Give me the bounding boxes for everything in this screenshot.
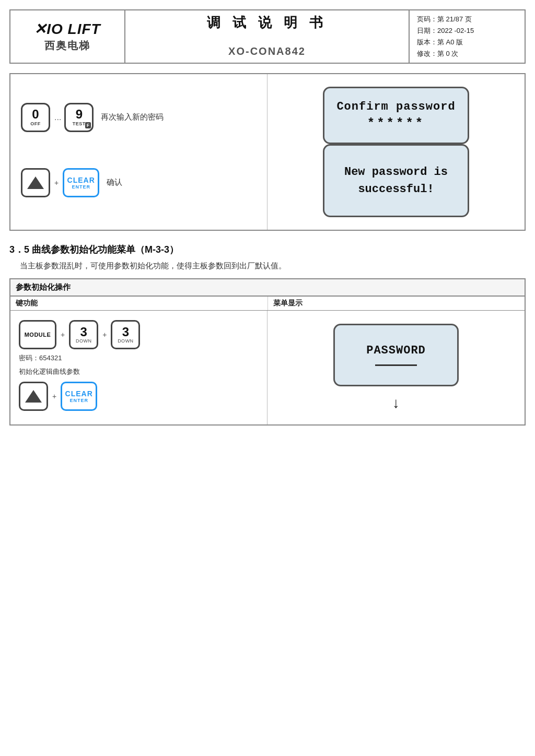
main-content: 0 OFF ... 9 TEST F 再次输入新的密码 — [9, 73, 526, 426]
key-clear-enter-2[interactable]: CLEAR ENTER — [61, 382, 97, 411]
key-down-label-2: DOWN — [118, 338, 134, 344]
param-col-left: MODULE + 3 DOWN + 3 DOWN 密码：654321 初始化逻辑… — [10, 311, 268, 424]
password-section-box: 0 OFF ... 9 TEST F 再次输入新的密码 — [9, 73, 526, 231]
key-3-num-2: 3 — [122, 326, 129, 338]
password-display: PASSWORD — [333, 324, 459, 386]
key-3-num-1: 3 — [80, 326, 87, 338]
clear-text-2: CLEAR — [65, 389, 93, 398]
down-arrow-icon: ↓ — [392, 395, 400, 411]
confirm-password-title: Confirm password — [336, 100, 455, 113]
key-9-test-f[interactable]: 9 TEST F — [64, 103, 94, 132]
col-left-header: 键功能 — [10, 297, 268, 310]
plus-sign-module-1: + — [61, 330, 65, 339]
key-up-arrow[interactable] — [21, 168, 50, 197]
success-line1: New password is — [344, 166, 448, 179]
param-table: 参数初始化操作 键功能 菜单显示 MODULE + 3 DOWN + 3 — [9, 278, 526, 426]
key-f-badge: F — [85, 122, 91, 128]
key-up-arrow-2[interactable] — [19, 382, 48, 411]
plus-sign-module-2: + — [102, 330, 107, 339]
module-key-row: MODULE + 3 DOWN + 3 DOWN — [19, 320, 259, 349]
password-right: Confirm password ****** New password is … — [268, 74, 525, 230]
password-display-text: PASSWORD — [366, 344, 426, 357]
logo-chinese-text: 西奥电梯 — [44, 39, 90, 53]
enter-text-2: ENTER — [69, 398, 88, 403]
clear-enter-row: + CLEAR ENTER — [19, 382, 259, 411]
success-line2: successful! — [358, 183, 434, 196]
company-logo: ✕IO LIFT 西奥电梯 — [10, 10, 125, 63]
password-underline — [375, 364, 417, 366]
model-number: XO-CONA842 — [228, 45, 306, 60]
document-title: 调 试 说 明 书 — [207, 14, 328, 32]
plus-sign-2: + — [54, 179, 59, 187]
key-3-down-2[interactable]: 3 DOWN — [111, 320, 140, 349]
ellipsis-dots: ... — [54, 113, 61, 122]
password-hint: 密码：654321 — [19, 353, 259, 363]
key-clear-enter[interactable]: CLEAR ENTER — [63, 168, 99, 197]
row2-description: 确认 — [107, 178, 122, 187]
section-35-heading: 3．5 曲线参数初始化功能菜单（M-3-3） — [9, 243, 526, 256]
key-row-2: + CLEAR ENTER 确认 — [21, 168, 257, 202]
arrow-up-icon-2 — [25, 390, 42, 403]
page-info: 页码：第 21/87 页 — [417, 14, 517, 25]
key-0-off[interactable]: 0 OFF — [21, 103, 50, 132]
key-3-down-1[interactable]: 3 DOWN — [69, 320, 98, 349]
enter-text: ENTER — [72, 184, 90, 190]
key-9-num: 9 — [76, 108, 83, 121]
password-left: 0 OFF ... 9 TEST F 再次输入新的密码 — [10, 74, 268, 230]
section-35-description: 当主板参数混乱时，可使用参数初始化功能，使得主板参数回到出厂默认值。 — [9, 261, 526, 271]
key-0-num: 0 — [32, 108, 39, 121]
date-info: 日期：2022 -02-15 — [417, 25, 517, 37]
confirm-password-display: Confirm password ****** — [323, 87, 469, 144]
row1-description: 再次输入新的密码 — [101, 112, 164, 122]
plus-sign-clear: + — [52, 392, 56, 400]
header-info: 页码：第 21/87 页 日期：2022 -02-15 版本：第 A0 版 修改… — [410, 10, 525, 63]
param-table-col-headers: 键功能 菜单显示 — [10, 297, 525, 311]
confirm-password-value: ****** — [367, 116, 425, 131]
col-right-header: 菜单显示 — [268, 297, 525, 310]
version-info: 版本：第 A0 版 — [417, 37, 517, 48]
logo-xio-text: ✕IO LIFT — [34, 20, 100, 38]
clear-text: CLEAR — [67, 176, 95, 184]
header-center: 调 试 说 明 书 XO-CONA842 — [125, 10, 410, 63]
arrow-up-icon — [27, 176, 44, 189]
key-row-1-buttons: 0 OFF ... 9 TEST F 再次输入新的密码 — [21, 103, 257, 132]
key-row-1: 0 OFF ... 9 TEST F 再次输入新的密码 — [21, 103, 257, 136]
page-header: ✕IO LIFT 西奥电梯 调 试 说 明 书 XO-CONA842 页码：第 … — [9, 9, 526, 64]
key-test-label: TEST — [73, 121, 86, 126]
revision-info: 修改：第 0 次 — [417, 48, 517, 60]
param-col-right: PASSWORD ↓ — [268, 311, 525, 424]
key-down-label-1: DOWN — [76, 338, 92, 344]
success-display: New password is successful! — [323, 144, 469, 217]
success-message: New password is successful! — [344, 163, 448, 198]
param-table-title: 参数初始化操作 — [10, 279, 525, 297]
key-module[interactable]: MODULE — [19, 320, 56, 349]
param-table-body: MODULE + 3 DOWN + 3 DOWN 密码：654321 初始化逻辑… — [10, 311, 525, 424]
key-off-label: OFF — [30, 121, 41, 126]
init-label: 初始化逻辑曲线参数 — [19, 367, 259, 376]
key-row-2-buttons: + CLEAR ENTER 确认 — [21, 168, 257, 197]
